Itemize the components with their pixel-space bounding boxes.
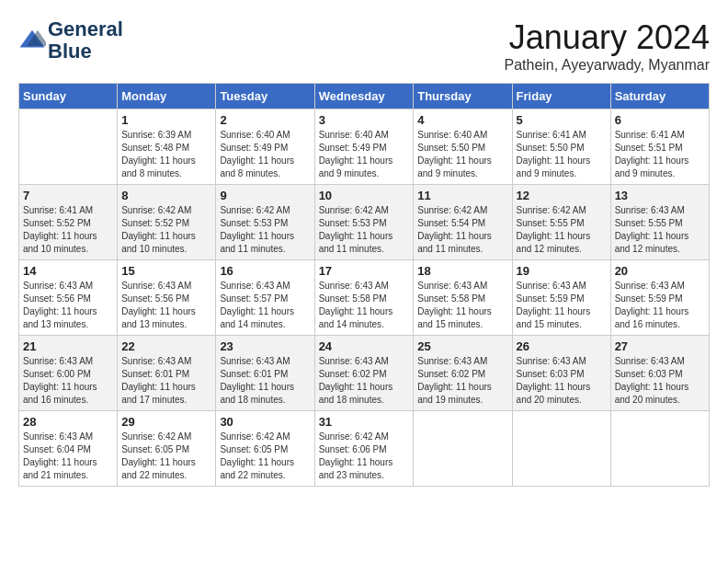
day-number: 11 <box>417 189 507 202</box>
day-info: Sunrise: 6:42 AMSunset: 5:54 PMDaylight:… <box>417 204 507 256</box>
day-number: 30 <box>220 415 310 429</box>
day-info: Sunrise: 6:43 AMSunset: 5:56 PMDaylight:… <box>23 280 113 331</box>
calendar-cell: 8Sunrise: 6:42 AMSunset: 5:52 PMDaylight… <box>118 185 216 260</box>
day-info: Sunrise: 6:43 AMSunset: 5:56 PMDaylight:… <box>121 280 211 331</box>
day-info: Sunrise: 6:43 AMSunset: 6:04 PMDaylight:… <box>23 431 113 482</box>
day-info: Sunrise: 6:43 AMSunset: 5:58 PMDaylight:… <box>417 280 507 331</box>
calendar-cell <box>19 109 118 185</box>
title-block: January 2024 Pathein, Ayeyarwady, Myanma… <box>504 18 710 74</box>
day-number: 26 <box>517 339 607 353</box>
day-of-week-header: Tuesday <box>216 84 314 109</box>
day-info: Sunrise: 6:40 AMSunset: 5:49 PMDaylight:… <box>220 129 310 180</box>
day-number: 7 <box>23 189 113 202</box>
calendar-cell: 11Sunrise: 6:42 AMSunset: 5:54 PMDayligh… <box>414 185 512 260</box>
day-number: 25 <box>417 339 507 353</box>
day-info: Sunrise: 6:43 AMSunset: 5:55 PMDaylight:… <box>615 204 705 256</box>
day-info: Sunrise: 6:41 AMSunset: 5:52 PMDaylight:… <box>23 204 113 256</box>
day-info: Sunrise: 6:43 AMSunset: 5:59 PMDaylight:… <box>615 280 705 331</box>
calendar-cell: 12Sunrise: 6:42 AMSunset: 5:55 PMDayligh… <box>512 185 610 260</box>
calendar-week-row: 14Sunrise: 6:43 AMSunset: 5:56 PMDayligh… <box>19 260 710 336</box>
day-number: 4 <box>417 113 507 127</box>
calendar-cell <box>610 411 709 487</box>
calendar-cell: 25Sunrise: 6:43 AMSunset: 6:02 PMDayligh… <box>414 336 512 411</box>
day-info: Sunrise: 6:43 AMSunset: 6:01 PMDaylight:… <box>220 355 310 407</box>
day-number: 24 <box>319 339 410 353</box>
day-number: 20 <box>615 264 705 278</box>
calendar-cell: 20Sunrise: 6:43 AMSunset: 5:59 PMDayligh… <box>610 260 709 336</box>
calendar-cell: 6Sunrise: 6:41 AMSunset: 5:51 PMDaylight… <box>610 109 709 185</box>
day-number: 1 <box>121 113 211 127</box>
day-number: 18 <box>417 264 507 278</box>
day-info: Sunrise: 6:43 AMSunset: 5:59 PMDaylight:… <box>517 280 607 331</box>
day-info: Sunrise: 6:43 AMSunset: 6:03 PMDaylight:… <box>517 355 607 407</box>
day-number: 15 <box>121 264 211 278</box>
day-info: Sunrise: 6:41 AMSunset: 5:50 PMDaylight:… <box>517 129 607 180</box>
day-of-week-header: Friday <box>512 84 610 109</box>
day-number: 16 <box>220 264 310 278</box>
day-number: 17 <box>319 264 410 278</box>
day-info: Sunrise: 6:43 AMSunset: 6:02 PMDaylight:… <box>417 355 507 407</box>
day-number: 6 <box>615 113 705 127</box>
calendar-header-row: SundayMondayTuesdayWednesdayThursdayFrid… <box>19 84 710 109</box>
day-number: 21 <box>23 339 113 353</box>
calendar-cell: 3Sunrise: 6:40 AMSunset: 5:49 PMDaylight… <box>314 109 414 185</box>
calendar-week-row: 1Sunrise: 6:39 AMSunset: 5:48 PMDaylight… <box>19 109 710 185</box>
day-info: Sunrise: 6:42 AMSunset: 6:06 PMDaylight:… <box>319 431 410 482</box>
calendar-cell: 17Sunrise: 6:43 AMSunset: 5:58 PMDayligh… <box>314 260 414 336</box>
month-title: January 2024 <box>504 18 710 57</box>
calendar-cell: 31Sunrise: 6:42 AMSunset: 6:06 PMDayligh… <box>314 411 414 487</box>
calendar-cell: 29Sunrise: 6:42 AMSunset: 6:05 PMDayligh… <box>118 411 216 487</box>
day-number: 8 <box>121 189 211 202</box>
calendar-cell: 5Sunrise: 6:41 AMSunset: 5:50 PMDaylight… <box>512 109 610 185</box>
logo: General Blue <box>18 18 123 63</box>
day-info: Sunrise: 6:42 AMSunset: 5:53 PMDaylight:… <box>220 204 310 256</box>
calendar-cell: 28Sunrise: 6:43 AMSunset: 6:04 PMDayligh… <box>19 411 118 487</box>
calendar-cell: 19Sunrise: 6:43 AMSunset: 5:59 PMDayligh… <box>512 260 610 336</box>
calendar-cell: 2Sunrise: 6:40 AMSunset: 5:49 PMDaylight… <box>216 109 314 185</box>
calendar-cell: 4Sunrise: 6:40 AMSunset: 5:50 PMDaylight… <box>414 109 512 185</box>
day-info: Sunrise: 6:40 AMSunset: 5:50 PMDaylight:… <box>417 129 507 180</box>
day-number: 23 <box>220 339 310 353</box>
calendar-cell: 21Sunrise: 6:43 AMSunset: 6:00 PMDayligh… <box>19 336 118 411</box>
day-info: Sunrise: 6:40 AMSunset: 5:49 PMDaylight:… <box>319 129 410 180</box>
day-number: 9 <box>220 189 310 202</box>
day-number: 13 <box>615 189 705 202</box>
day-info: Sunrise: 6:39 AMSunset: 5:48 PMDaylight:… <box>121 129 211 180</box>
calendar-cell <box>512 411 610 487</box>
day-of-week-header: Monday <box>118 84 216 109</box>
calendar-week-row: 7Sunrise: 6:41 AMSunset: 5:52 PMDaylight… <box>19 185 710 260</box>
calendar-cell: 22Sunrise: 6:43 AMSunset: 6:01 PMDayligh… <box>118 336 216 411</box>
day-number: 12 <box>517 189 607 202</box>
logo-text: General Blue <box>48 18 123 63</box>
day-number: 27 <box>615 339 705 353</box>
calendar-cell: 9Sunrise: 6:42 AMSunset: 5:53 PMDaylight… <box>216 185 314 260</box>
day-info: Sunrise: 6:42 AMSunset: 6:05 PMDaylight:… <box>121 431 211 482</box>
calendar-cell: 18Sunrise: 6:43 AMSunset: 5:58 PMDayligh… <box>414 260 512 336</box>
calendar-cell <box>414 411 512 487</box>
day-info: Sunrise: 6:42 AMSunset: 6:05 PMDaylight:… <box>220 431 310 482</box>
page-header: General Blue January 2024 Pathein, Ayeya… <box>18 18 710 74</box>
day-info: Sunrise: 6:42 AMSunset: 5:52 PMDaylight:… <box>121 204 211 256</box>
calendar-week-row: 21Sunrise: 6:43 AMSunset: 6:00 PMDayligh… <box>19 336 710 411</box>
logo-icon <box>18 27 46 54</box>
day-info: Sunrise: 6:43 AMSunset: 5:57 PMDaylight:… <box>220 280 310 331</box>
day-info: Sunrise: 6:43 AMSunset: 6:03 PMDaylight:… <box>615 355 705 407</box>
calendar-cell: 27Sunrise: 6:43 AMSunset: 6:03 PMDayligh… <box>610 336 709 411</box>
day-info: Sunrise: 6:41 AMSunset: 5:51 PMDaylight:… <box>615 129 705 180</box>
day-info: Sunrise: 6:43 AMSunset: 5:58 PMDaylight:… <box>319 280 410 331</box>
calendar-week-row: 28Sunrise: 6:43 AMSunset: 6:04 PMDayligh… <box>19 411 710 487</box>
day-number: 10 <box>319 189 410 202</box>
calendar-cell: 1Sunrise: 6:39 AMSunset: 5:48 PMDaylight… <box>118 109 216 185</box>
calendar-cell: 10Sunrise: 6:42 AMSunset: 5:53 PMDayligh… <box>314 185 414 260</box>
day-of-week-header: Sunday <box>19 84 118 109</box>
day-info: Sunrise: 6:42 AMSunset: 5:55 PMDaylight:… <box>517 204 607 256</box>
calendar-cell: 15Sunrise: 6:43 AMSunset: 5:56 PMDayligh… <box>118 260 216 336</box>
calendar-cell: 7Sunrise: 6:41 AMSunset: 5:52 PMDaylight… <box>19 185 118 260</box>
day-of-week-header: Wednesday <box>314 84 414 109</box>
day-info: Sunrise: 6:43 AMSunset: 6:01 PMDaylight:… <box>121 355 211 407</box>
day-number: 3 <box>319 113 410 127</box>
logo-line1: General <box>48 18 123 40</box>
day-number: 29 <box>121 415 211 429</box>
day-number: 22 <box>121 339 211 353</box>
calendar-cell: 24Sunrise: 6:43 AMSunset: 6:02 PMDayligh… <box>314 336 414 411</box>
